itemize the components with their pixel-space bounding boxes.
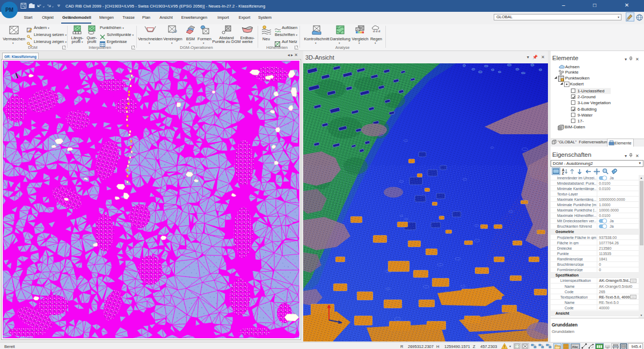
svg-text:Abc: Abc xyxy=(572,345,579,348)
svg-text:Z: Z xyxy=(562,171,564,175)
svg-text:d d d: d d d xyxy=(372,29,380,33)
svg-text:!: ! xyxy=(504,344,506,349)
